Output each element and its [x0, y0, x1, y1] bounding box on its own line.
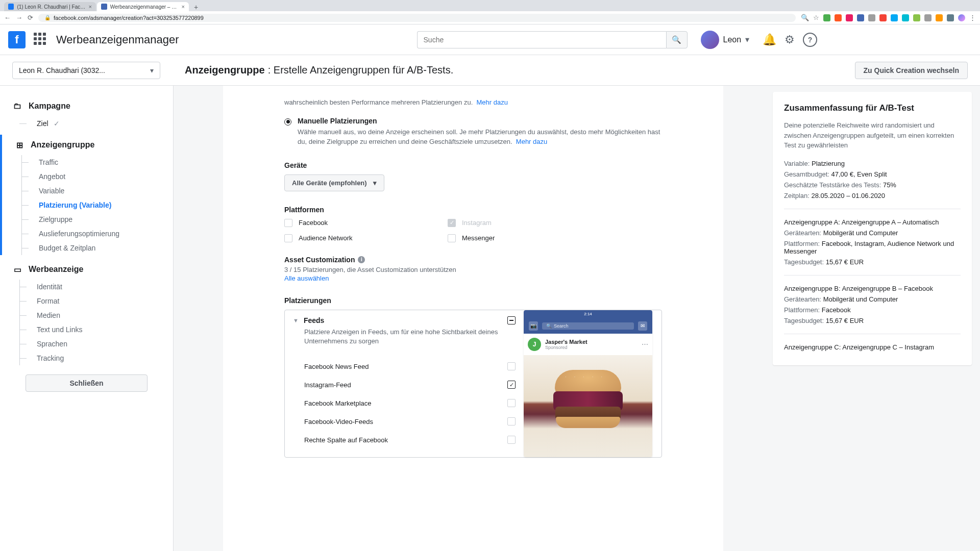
- placement-fb-marketplace[interactable]: Facebook Marketplace: [285, 394, 524, 412]
- group-b-head: Anzeigengruppe B: Anzeigengruppe B – Fac…: [784, 285, 961, 292]
- search-button[interactable]: 🔍: [666, 31, 688, 48]
- back-icon[interactable]: ←: [4, 14, 11, 21]
- search-input[interactable]: [417, 31, 666, 48]
- nav-item-traffic[interactable]: Traffic: [21, 155, 173, 169]
- learn-more-link[interactable]: Mehr dazu: [516, 138, 547, 145]
- gear-icon[interactable]: ⚙: [785, 33, 795, 46]
- extension-icon[interactable]: [846, 14, 853, 21]
- facebook-logo-icon[interactable]: f: [8, 31, 26, 48]
- extension-icon[interactable]: [823, 14, 830, 21]
- extension-icon[interactable]: [902, 14, 909, 21]
- extension-icon[interactable]: [924, 14, 932, 21]
- mixed-checkbox[interactable]: [507, 316, 516, 324]
- account-dropdown[interactable]: Leon R. Chaudhari (3032... ▾: [12, 62, 160, 79]
- browser-tab-active[interactable]: Werbeanzeigenmanager – Cre ×: [97, 2, 189, 11]
- phone-search: 🔍Search: [542, 322, 634, 330]
- platforms-label: Plattformen: [284, 206, 662, 214]
- nav-item-budget[interactable]: Budget & Zeitplan: [21, 241, 173, 255]
- extension-icon[interactable]: [947, 14, 954, 21]
- learn-more-link[interactable]: Mehr dazu: [476, 98, 507, 106]
- user-menu[interactable]: Leon ▾: [696, 29, 755, 51]
- nav-item-label: Format: [37, 297, 59, 305]
- menu-icon[interactable]: ⋮: [969, 14, 976, 21]
- nav-item-sprachen[interactable]: Sprachen: [19, 337, 173, 351]
- extension-icon[interactable]: [936, 14, 943, 21]
- nav-label: Kampagne: [29, 102, 70, 111]
- nav-item-text[interactable]: Text und Links: [19, 322, 173, 337]
- nav-item-format[interactable]: Format: [19, 294, 173, 308]
- close-icon[interactable]: ×: [89, 4, 92, 10]
- nav-item-medien[interactable]: Medien: [19, 308, 173, 322]
- platform-audience[interactable]: Audience Network: [284, 234, 407, 242]
- browser-tab[interactable]: (1) Leon R. Chaudhari | Facebo ×: [4, 2, 96, 11]
- nav-item-tracking[interactable]: Tracking: [19, 351, 173, 365]
- forward-icon[interactable]: →: [16, 14, 22, 21]
- nav-item-variable[interactable]: Variable: [21, 184, 173, 198]
- lock-icon: 🔒: [44, 15, 51, 20]
- checkbox-icon[interactable]: [507, 399, 516, 407]
- checkbox-icon[interactable]: ✓: [507, 381, 516, 389]
- user-name: Leon: [723, 35, 742, 44]
- group-b-daily: Tagesbudget: 15,67 € EUR: [784, 317, 961, 324]
- nav-head-adset[interactable]: ⊞ Anzeigengruppe: [2, 135, 173, 155]
- placement-instagram-feed[interactable]: Instagram-Feed✓: [285, 375, 524, 394]
- caret-down-icon[interactable]: ▼: [293, 317, 299, 323]
- placement-fb-news-feed[interactable]: Facebook News Feed: [285, 357, 524, 375]
- nav-item-identitaet[interactable]: Identität: [19, 280, 173, 294]
- nav-item-auslieferung[interactable]: Auslieferungsoptimierung: [21, 227, 173, 241]
- checkbox-icon[interactable]: [507, 436, 516, 444]
- nav-item-label: Variable: [39, 187, 64, 195]
- chk-label: Audience Network: [299, 234, 353, 242]
- placement-fb-video-feeds[interactable]: Facebook-Video-Feeds: [285, 412, 524, 431]
- close-button[interactable]: Schließen: [26, 374, 148, 392]
- tab-title: (1) Leon R. Chaudhari | Facebo: [17, 4, 85, 10]
- help-icon[interactable]: ?: [803, 33, 817, 47]
- nav-item-platzierung[interactable]: Platzierung (Variable): [21, 198, 173, 212]
- devices-dropdown[interactable]: Alle Geräte (empfohlen) ▾: [284, 174, 384, 191]
- manual-placement-option[interactable]: Manuelle Platzierungen Wähle manuell aus…: [284, 117, 662, 147]
- nav-item-zielgruppe[interactable]: Zielgruppe: [21, 212, 173, 227]
- summary-variable: Variable: Platzierung: [784, 160, 961, 167]
- select-all-link[interactable]: Alle auswählen: [284, 274, 662, 282]
- close-icon[interactable]: ×: [182, 4, 185, 10]
- new-tab-button[interactable]: +: [190, 3, 202, 11]
- nav-head-ad[interactable]: ▭ Werbeanzeige: [0, 259, 173, 280]
- nav-item-ziel[interactable]: Ziel ✓: [19, 116, 173, 131]
- nav-head-campaign[interactable]: 🗀 Kampagne: [0, 96, 173, 116]
- profile-icon[interactable]: [958, 14, 965, 21]
- checkbox-icon[interactable]: [284, 234, 292, 242]
- extension-icon[interactable]: [891, 14, 898, 21]
- app-title: Werbeanzeigenmanager: [56, 33, 179, 46]
- camera-icon: 📷: [529, 321, 538, 331]
- info-icon[interactable]: i: [358, 256, 365, 263]
- chevron-down-icon: ▾: [745, 35, 749, 44]
- checkbox-icon[interactable]: [507, 417, 516, 425]
- checkbox-icon[interactable]: [284, 219, 292, 227]
- placement-right-column[interactable]: Rechte Spalte auf Facebook: [285, 431, 524, 449]
- checkbox-icon[interactable]: [448, 234, 456, 242]
- nav-section-ad: ▭ Werbeanzeige Identität Format Medien T…: [0, 259, 173, 365]
- extension-icon[interactable]: [868, 14, 875, 21]
- reload-icon[interactable]: ⟳: [28, 14, 33, 21]
- star-icon[interactable]: ☆: [813, 14, 819, 21]
- nav-item-angebot[interactable]: Angebot: [21, 169, 173, 184]
- extension-icon[interactable]: [879, 14, 887, 21]
- platform-instagram[interactable]: ✓Instagram: [448, 219, 570, 227]
- bell-icon[interactable]: 🔔: [763, 33, 776, 46]
- manual-desc: Wähle manuell aus, wo deine Anzeige ersc…: [298, 127, 662, 147]
- platform-messenger[interactable]: Messenger: [448, 234, 570, 242]
- extension-icon[interactable]: [857, 14, 864, 21]
- zoom-icon[interactable]: 🔍: [801, 14, 809, 21]
- nav-item-label: Traffic: [39, 158, 58, 166]
- browser-tab-strip: (1) Leon R. Chaudhari | Facebo × Werbean…: [0, 0, 980, 11]
- platform-facebook[interactable]: Facebook: [284, 219, 407, 227]
- radio-icon[interactable]: [284, 118, 291, 126]
- app-switcher-icon[interactable]: [34, 33, 48, 47]
- quick-creation-button[interactable]: Zu Quick Creation wechseln: [855, 62, 968, 79]
- checkbox-icon[interactable]: [507, 362, 516, 370]
- extension-icon[interactable]: [913, 14, 920, 21]
- url-input[interactable]: 🔒 facebook.com/adsmanager/creation?act=3…: [38, 14, 796, 22]
- extension-icon[interactable]: [835, 14, 842, 21]
- group-a-platforms: Plattformen: Facebook, Instagram, Audien…: [784, 240, 961, 255]
- checkbox-icon[interactable]: ✓: [448, 219, 456, 227]
